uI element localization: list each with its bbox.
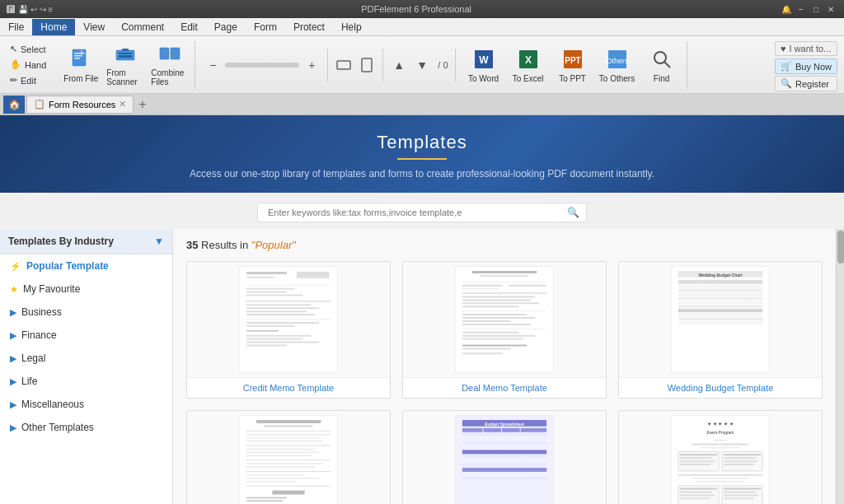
sidebar-item-legal[interactable]: ▶ Legal bbox=[0, 347, 172, 370]
to-excel-btn[interactable]: X To Excel bbox=[507, 41, 550, 89]
svg-rect-70 bbox=[731, 280, 748, 284]
svg-rect-196 bbox=[724, 497, 754, 499]
prev-page-btn[interactable]: ▲ bbox=[388, 56, 410, 74]
sidebar-item-favourite[interactable]: ★ My Favourite bbox=[0, 278, 172, 301]
zoom-out-btn[interactable]: − bbox=[202, 56, 223, 74]
svg-rect-142 bbox=[502, 437, 520, 441]
buy-register-group: 🛒 Buy Now 🔍 Register bbox=[775, 58, 837, 91]
hand-label: Hand bbox=[25, 60, 46, 70]
home-tab-btn[interactable]: 🏠 bbox=[3, 96, 25, 114]
to-word-btn[interactable]: W To Word bbox=[462, 41, 505, 89]
minimize-btn[interactable]: − bbox=[795, 3, 808, 15]
svg-rect-155 bbox=[502, 455, 520, 458]
add-tab-btn[interactable]: + bbox=[135, 97, 149, 112]
template-card-1[interactable]: Credit Memo Template bbox=[186, 261, 391, 399]
tab-close-btn[interactable]: ✕ bbox=[119, 99, 126, 110]
sidebar-item-business[interactable]: ▶ Business bbox=[0, 301, 172, 324]
sidebar-item-other[interactable]: ▶ Other Templates bbox=[0, 416, 172, 439]
register-label: Register bbox=[795, 79, 829, 89]
menu-view[interactable]: View bbox=[75, 19, 113, 35]
svg-rect-25 bbox=[246, 285, 331, 286]
combine-files-btn[interactable]: Combine Files bbox=[148, 41, 191, 89]
svg-rect-137 bbox=[483, 433, 501, 436]
svg-rect-136 bbox=[462, 433, 483, 436]
sidebar-item-life[interactable]: ▶ Life bbox=[0, 370, 172, 393]
register-btn[interactable]: 🔍 Register bbox=[775, 76, 837, 91]
svg-rect-151 bbox=[521, 445, 546, 448]
svg-rect-179 bbox=[680, 464, 710, 465]
svg-rect-96 bbox=[747, 301, 762, 304]
menu-edit[interactable]: Edit bbox=[172, 19, 206, 35]
svg-rect-104 bbox=[698, 313, 762, 316]
svg-rect-81 bbox=[747, 289, 762, 292]
find-label: Find bbox=[654, 74, 669, 83]
fit-page-btn[interactable] bbox=[356, 56, 377, 74]
sidebar-item-popular[interactable]: ⚡ Popular Template bbox=[0, 254, 172, 278]
template-card-3[interactable]: Wedding Budget Chart bbox=[618, 261, 823, 399]
svg-rect-84 bbox=[715, 293, 731, 296]
divider bbox=[327, 49, 328, 82]
menu-help[interactable]: Help bbox=[333, 19, 370, 35]
svg-rect-185 bbox=[692, 478, 749, 479]
restore-btn[interactable]: □ bbox=[809, 3, 823, 15]
menu-file[interactable]: File bbox=[0, 19, 32, 35]
divider2 bbox=[382, 49, 383, 82]
svg-rect-182 bbox=[724, 460, 758, 462]
sidebar-item-miscellaneous[interactable]: ▶ Miscellaneous bbox=[0, 393, 172, 416]
next-page-btn[interactable]: ▼ bbox=[411, 56, 433, 74]
scrollbar-thumb[interactable] bbox=[837, 231, 844, 264]
svg-rect-77 bbox=[678, 289, 699, 292]
svg-rect-138 bbox=[502, 433, 520, 436]
from-scanner-btn[interactable]: From Scanner bbox=[104, 41, 147, 89]
zoom-slider[interactable] bbox=[225, 63, 299, 68]
svg-rect-160 bbox=[521, 459, 546, 462]
close-btn[interactable]: ✕ bbox=[824, 3, 837, 15]
svg-rect-67 bbox=[678, 280, 699, 284]
template-preview-5: Budget Spreadsheet bbox=[403, 411, 606, 504]
misc-label: Miscellaneous bbox=[21, 399, 84, 410]
to-excel-label: To Excel bbox=[513, 74, 544, 83]
menu-protect[interactable]: Protect bbox=[285, 19, 333, 35]
find-btn[interactable]: Find bbox=[640, 41, 683, 89]
svg-rect-52 bbox=[462, 306, 519, 307]
menu-form[interactable]: Form bbox=[246, 19, 285, 35]
svg-rect-121 bbox=[246, 466, 316, 468]
right-scrollbar[interactable] bbox=[836, 229, 844, 504]
template-card-2[interactable]: Deal Memo Template bbox=[402, 261, 607, 399]
banner-underline bbox=[397, 158, 447, 160]
svg-rect-37 bbox=[246, 330, 279, 332]
results-count: 35 bbox=[186, 239, 198, 251]
svg-rect-145 bbox=[483, 441, 501, 445]
search-small-icon: 🔍 bbox=[781, 78, 792, 89]
select-label: Select bbox=[21, 44, 46, 54]
select-tool[interactable]: ↖ Select bbox=[7, 42, 49, 56]
dropdown-icon[interactable]: ▼ bbox=[154, 236, 164, 247]
search-icon[interactable]: 🔍 bbox=[567, 207, 579, 218]
hand-tool[interactable]: ✋ Hand bbox=[7, 58, 49, 72]
template-card-4[interactable]: Independent Contractor Agreement bbox=[186, 410, 391, 504]
menu-comment[interactable]: Comment bbox=[113, 19, 172, 35]
to-ppt-btn[interactable]: PPT To PPT bbox=[551, 41, 594, 89]
notification-btn[interactable]: 🔔 bbox=[780, 3, 793, 15]
to-others-btn[interactable]: Others To Others bbox=[596, 41, 639, 89]
edit-tool[interactable]: ✏ Edit bbox=[7, 73, 49, 87]
template-card-5[interactable]: Budget Spreadsheet bbox=[402, 410, 607, 504]
svg-rect-117 bbox=[246, 451, 320, 453]
buy-now-btn[interactable]: 🛒 Buy Now bbox=[775, 58, 837, 74]
form-resources-tab[interactable]: 📋 Form Resources ✕ bbox=[26, 96, 134, 114]
menu-page[interactable]: Page bbox=[206, 19, 246, 35]
svg-rect-2 bbox=[74, 55, 82, 57]
i-want-to-bar[interactable]: ♥ I want to... bbox=[775, 41, 837, 56]
svg-rect-152 bbox=[462, 450, 546, 454]
svg-rect-150 bbox=[502, 445, 520, 448]
sidebar-item-finance[interactable]: ▶ Finance bbox=[0, 324, 172, 347]
heart-icon: ♥ bbox=[781, 44, 786, 54]
zoom-in-btn[interactable]: + bbox=[301, 56, 322, 74]
from-file-btn[interactable]: From File bbox=[59, 41, 102, 89]
svg-rect-60 bbox=[462, 335, 536, 337]
search-wrapper: 🔍 bbox=[257, 203, 587, 222]
fit-width-btn[interactable] bbox=[333, 56, 354, 74]
template-card-6[interactable]: ✦ ✦ ✦ ✦ ✦ Event Program — — — bbox=[618, 410, 823, 504]
menu-home[interactable]: Home bbox=[32, 19, 75, 35]
search-input[interactable] bbox=[265, 203, 567, 222]
